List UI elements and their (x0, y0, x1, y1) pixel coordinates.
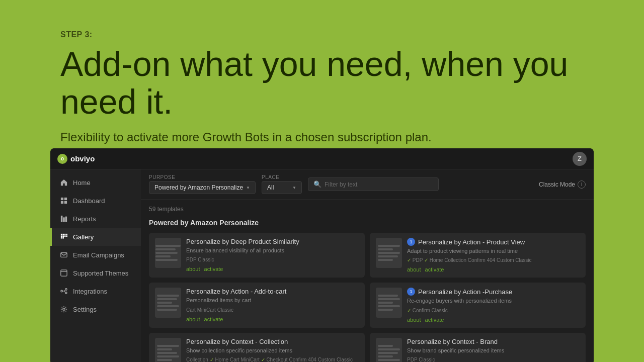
classic-mode-toggle[interactable]: Classic Mode i (539, 180, 586, 189)
sidebar-item-label: Settings (73, 306, 97, 313)
svg-rect-14 (66, 235, 67, 237)
activate-link[interactable]: activate (425, 317, 444, 323)
template-card[interactable]: Personalize by Deep Product Similarity E… (149, 233, 365, 278)
template-info: Personalize by Context - Collection Show… (186, 338, 359, 362)
template-header: Personalize by Context - Collection (186, 338, 359, 345)
about-link[interactable]: about (407, 317, 421, 323)
thumb-line (378, 309, 393, 311)
logo-icon: o (57, 154, 67, 164)
thumb-line (157, 305, 179, 307)
svg-rect-1 (64, 198, 67, 200)
reports-icon (60, 215, 68, 223)
sidebar-item-email-campaigns[interactable]: Email Campaigns (50, 246, 141, 264)
search-box[interactable]: 🔍 Filter by text (308, 177, 439, 191)
about-link[interactable]: about (186, 266, 200, 272)
place-select[interactable]: All ▼ (262, 181, 302, 194)
place-value: All (267, 184, 274, 191)
template-actions: about activate (407, 317, 580, 323)
themes-icon (60, 269, 68, 277)
template-card[interactable]: Personalize by Context - Collection Show… (149, 333, 365, 362)
sidebar-item-reports[interactable]: Reports (50, 210, 141, 228)
purpose-value: Powered by Amazon Personalize (154, 184, 243, 191)
sidebar-item-integrations[interactable]: Integrations (50, 282, 141, 300)
template-card[interactable]: Personalize by Context - Brand Show bran… (370, 333, 586, 362)
template-name: Personalize by Action - Add-to-cart (186, 288, 286, 295)
place-group: Place All ▼ (262, 174, 302, 194)
template-desc: Adapt to product viewing patterns in rea… (407, 247, 580, 254)
template-thumb (376, 288, 402, 318)
svg-rect-12 (62, 235, 64, 237)
thumb-line (378, 245, 400, 247)
logo-text: obviyo (70, 154, 95, 163)
settings-icon (60, 305, 68, 313)
sidebar-item-settings[interactable]: Settings (50, 300, 141, 318)
template-card[interactable]: Personalize by Action - Add-to-cart Pers… (149, 283, 365, 327)
svg-rect-13 (64, 235, 66, 237)
template-card[interactable]: 1 Personalize by Action - Product View A… (370, 233, 586, 278)
svg-point-21 (65, 292, 67, 294)
classic-mode-label: Classic Mode (539, 181, 575, 188)
user-avatar[interactable]: Z (573, 152, 587, 166)
thumb-line (378, 252, 400, 254)
activate-link[interactable]: activate (204, 266, 223, 272)
thumb-line (155, 255, 171, 257)
about-link[interactable]: about (186, 316, 200, 322)
purpose-select[interactable]: Powered by Amazon Personalize ▼ (149, 181, 256, 194)
search-placeholder: Filter by text (325, 181, 357, 188)
thumb-line (378, 302, 393, 304)
step-label: STEP 3: (60, 30, 644, 39)
badge: 1 (407, 238, 415, 246)
sidebar: Home Dashboard Reports Gallery (50, 169, 141, 362)
sidebar-item-label: Reports (73, 215, 96, 223)
sidebar-item-home[interactable]: Home (50, 173, 141, 192)
thumb-line (157, 352, 177, 354)
svg-rect-9 (64, 234, 66, 235)
main-panel: Purpose Powered by Amazon Personalize ▼ … (141, 169, 594, 362)
template-desc: Show brand specific personalized items (407, 347, 580, 354)
svg-rect-10 (66, 234, 67, 235)
dashboard-icon (60, 197, 68, 205)
template-name: Personalize by Deep Product Similarity (186, 238, 299, 245)
svg-rect-6 (65, 217, 67, 222)
svg-rect-7 (61, 234, 62, 235)
template-thumb (376, 338, 402, 362)
template-name: Personalize by Action -Purchase (418, 288, 512, 296)
email-icon (60, 251, 68, 259)
template-tags: PDP Classic (407, 356, 580, 362)
template-tags: ✓ Confirm Classic (407, 307, 580, 314)
thumb-line (378, 355, 393, 357)
activate-link[interactable]: activate (425, 266, 444, 273)
chevron-down-icon: ▼ (246, 186, 250, 190)
purpose-group: Purpose Powered by Amazon Personalize ▼ (149, 174, 256, 194)
svg-rect-18 (61, 270, 67, 276)
thumb-line (378, 345, 393, 347)
template-thumb (155, 288, 181, 318)
thumb-line (157, 295, 179, 297)
activate-link[interactable]: activate (204, 316, 223, 322)
template-tags: PDP Classic (186, 256, 359, 263)
template-header: Personalize by Action - Add-to-cart (186, 288, 359, 295)
template-thumb (376, 238, 402, 268)
template-tags: Collection ✓ Home Cart MiniCart ✓ Checko… (186, 356, 359, 362)
svg-rect-4 (61, 216, 63, 222)
svg-rect-8 (62, 234, 64, 235)
svg-rect-17 (61, 253, 67, 257)
thumb-line (378, 352, 398, 354)
about-link[interactable]: about (407, 266, 421, 273)
template-info: Personalize by Context - Brand Show bran… (407, 338, 580, 362)
template-name: Personalize by Action - Product View (418, 238, 525, 246)
sidebar-item-supported-themes[interactable]: Supported Themes (50, 264, 141, 282)
toolbar: Purpose Powered by Amazon Personalize ▼ … (141, 169, 594, 200)
sidebar-item-gallery[interactable]: Gallery (50, 228, 141, 246)
svg-rect-5 (63, 217, 65, 222)
svg-point-19 (61, 290, 63, 292)
template-card[interactable]: 1 Personalize by Action -Purchase Re-eng… (370, 283, 586, 327)
thumb-line (157, 309, 177, 311)
sidebar-item-dashboard[interactable]: Dashboard (50, 192, 141, 210)
content-area: 59 templates Powered by Amazon Personali… (141, 200, 594, 362)
template-tags: Cart MiniCart Classic (186, 307, 359, 314)
thumb-line (378, 348, 400, 350)
template-grid: Personalize by Deep Product Similarity E… (149, 233, 586, 362)
thumb-line (378, 298, 400, 300)
template-desc: Show collection specific personalized it… (186, 347, 359, 354)
